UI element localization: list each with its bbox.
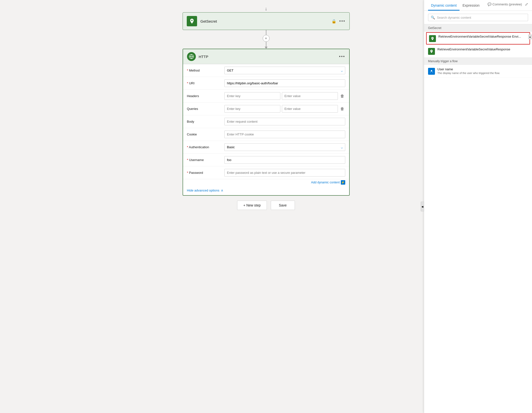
expand-icon[interactable]: ⤢ [525,2,528,7]
dynamic-item-icon-2 [428,48,435,55]
add-dynamic-content-link[interactable]: Add dynamic content [311,181,340,184]
cookie-input[interactable] [224,131,345,138]
body-row: Body [183,115,349,128]
auth-row: Authentication None Basic Client Certifi… [183,141,349,154]
panel-content: GetSecret RetrieveEnvironmentVariableSec… [424,24,532,413]
body-label: Body [187,118,221,123]
tab-dynamic-content[interactable]: Dynamic content [428,0,460,11]
hide-advanced-label: Hide advanced options [187,189,219,192]
username-input[interactable] [224,156,345,164]
top-bar: 💬 Comments (preview) ⤢ [484,0,532,9]
hide-advanced-options-button[interactable]: Hide advanced options ∧ [183,186,349,195]
get-secret-actions: 🔒 ••• [331,19,345,24]
auth-select-wrapper: None Basic Client Certificate Active Dir… [224,143,345,151]
queries-control: 🗑 [224,105,345,113]
tab-expression[interactable]: Expression [460,0,482,11]
cookie-label: Cookie [187,131,221,136]
headers-label: Headers [187,92,221,98]
dynamic-item-2[interactable]: RetrieveEnvironmentVariableSecretValueRe… [424,45,532,58]
headers-value-input[interactable] [282,92,338,100]
dynamic-item-text-1: RetrieveEnvironmentVariableSecretValueRe… [438,35,527,38]
connector-plus: + [263,30,270,49]
method-row: Method GET POST PUT PATCH DELETE ⌵ [183,64,349,77]
headers-inputs: 🗑 [224,92,345,100]
password-row: Password [183,166,349,179]
uri-input[interactable] [224,79,345,87]
body-control [224,118,345,125]
connector-line-2 [266,42,266,47]
headers-row: Headers 🗑 [183,90,349,103]
more-icon-getsecret[interactable]: ••• [339,19,345,24]
http-block: HTTP ••• Method GET POST PUT PATCH DELET… [183,49,350,196]
search-icon: 🔍 [431,15,435,19]
headers-delete-button[interactable]: 🗑 [339,93,345,99]
method-select-wrapper: GET POST PUT PATCH DELETE ⌵ [224,67,345,74]
add-dynamic-icon[interactable]: ⚡ [341,180,345,185]
dynamic-item-icon-3 [428,68,435,75]
lock-icon[interactable]: 🔒 [331,19,336,24]
dynamic-item-1[interactable]: RetrieveEnvironmentVariableSecretValueRe… [426,32,530,44]
uri-label: URI [187,79,221,85]
headers-key-input[interactable] [224,92,280,100]
cookie-control [224,131,345,138]
comment-icon: 💬 [488,2,491,6]
body-input[interactable] [224,118,345,125]
get-secret-block[interactable]: GetSecret 🔒 ••• [183,12,350,30]
queries-value-input[interactable] [282,105,338,113]
auth-control: None Basic Client Certificate Active Dir… [224,143,345,151]
auth-label: Authentication [187,143,221,149]
cookie-row: Cookie [183,128,349,141]
section-manually-trigger: Manually trigger a flow [424,58,532,65]
http-body: Method GET POST PUT PATCH DELETE ⌵ [183,64,349,195]
headers-control: 🗑 [224,92,345,100]
username-control [224,156,345,164]
chevron-up-icon: ∧ [221,189,223,192]
dynamic-item-text-2: RetrieveEnvironmentVariableSecretValueRe… [437,47,528,51]
method-label: Method [187,67,221,72]
arrow-above-getsecret: ↓ [265,5,267,12]
get-secret-title: GetSecret [201,19,331,23]
username-label: Username [187,156,221,162]
scroll-up-button[interactable]: ▲ [528,34,532,39]
dynamic-item-3[interactable]: User name The display name of the user w… [424,65,532,77]
uri-row: URI [183,77,349,90]
http-header: HTTP ••• [183,49,349,64]
comments-label: Comments (preview) [492,2,522,6]
section-getsecret: GetSecret [424,24,532,32]
queries-delete-button[interactable]: 🗑 [339,106,345,112]
method-select[interactable]: GET POST PUT PATCH DELETE [224,67,345,74]
arrow-tip [265,47,268,49]
save-button[interactable]: Save [271,201,295,210]
get-secret-icon [187,16,197,26]
password-label: Password [187,169,221,175]
http-icon [187,52,196,61]
panel-collapse-button[interactable]: ◀ [421,202,424,211]
queries-row: Queries 🗑 [183,103,349,115]
connector-line-1 [266,30,266,35]
add-dynamic-content-row: Add dynamic content ⚡ [183,179,349,186]
password-control [224,169,345,177]
queries-label: Queries [187,105,221,111]
more-icon-http[interactable]: ••• [339,54,345,59]
search-box: 🔍 [424,11,532,24]
bottom-actions: + New step Save [237,201,295,210]
search-input-wrapper: 🔍 [428,14,528,21]
password-input[interactable] [224,169,345,177]
http-title: HTTP [199,55,339,59]
search-dynamic-content-input[interactable] [437,16,525,19]
username-row: Username [183,154,349,166]
dynamic-content-panel: ◀ Dynamic content Expression 🔍 ▲ GetSecr… [424,0,532,413]
auth-select[interactable]: None Basic Client Certificate Active Dir… [224,143,345,151]
comments-button[interactable]: 💬 Comments (preview) [488,2,522,6]
svg-point-1 [431,70,432,71]
queries-inputs: 🗑 [224,105,345,113]
queries-key-input[interactable] [224,105,280,113]
method-control: GET POST PUT PATCH DELETE ⌵ [224,67,345,74]
dynamic-item-text-3: User name The display name of the user w… [437,67,528,74]
uri-control [224,79,345,87]
new-step-button[interactable]: + New step [237,201,267,210]
add-step-circle[interactable]: + [263,35,270,42]
dynamic-item-icon-1 [429,35,436,42]
